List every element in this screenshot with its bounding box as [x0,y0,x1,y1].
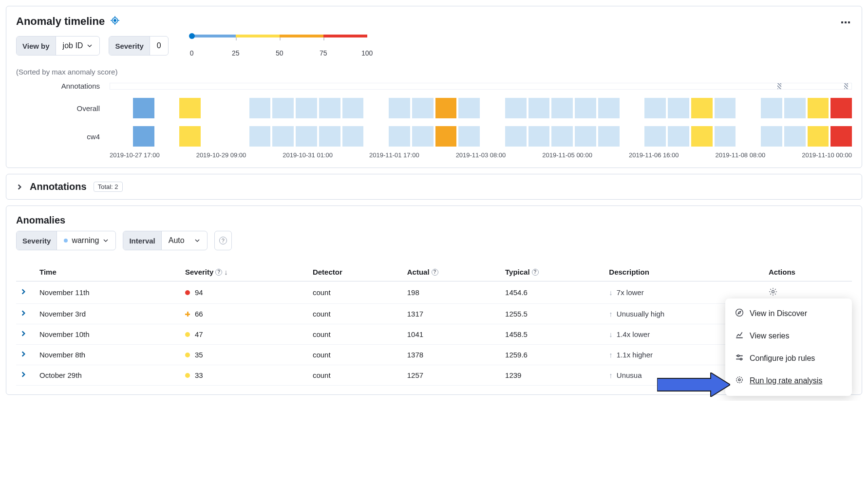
swimlane-cell[interactable] [110,98,131,118]
cell-time: November 11th [36,281,181,304]
swimlane-cell[interactable] [110,126,131,147]
swimlane-cell[interactable] [435,126,457,147]
annotations-panel[interactable]: Annotations Total: 2 [6,174,862,200]
anomalies-interval-select[interactable]: Auto [162,231,207,250]
swimlane-cell[interactable] [761,126,782,147]
swimlane-cell[interactable] [319,126,340,147]
cell-severity: 94 [181,281,309,304]
view-by-select[interactable]: job ID [56,37,100,55]
swimlane-cell[interactable] [761,98,782,118]
more-icon[interactable] [839,15,852,28]
swimlane-cell[interactable] [458,98,480,118]
swimlane-cell[interactable] [737,98,759,118]
swimlane-cell[interactable] [156,126,178,147]
swimlane-cell[interactable] [179,98,201,118]
swimlane-cell[interactable] [156,98,178,118]
swimlane-cell[interactable] [830,126,852,147]
swimlane-cell[interactable] [249,98,271,118]
swimlane-cell[interactable] [226,126,247,147]
swimlane-cell[interactable] [691,98,713,118]
popover-item[interactable]: View series [725,325,852,347]
popover-item[interactable]: View in Discover [725,302,852,325]
swimlane-cell[interactable] [296,98,317,118]
swimlane-cell[interactable] [715,126,736,147]
overall-track[interactable] [110,98,852,118]
swimlane-cell[interactable] [737,126,759,147]
swimlane-cell[interactable] [784,126,806,147]
chevron-right-icon[interactable] [20,371,27,378]
swimlane-cell[interactable] [784,98,806,118]
swimlane-cell[interactable] [412,126,434,147]
chevron-right-icon[interactable] [20,288,27,295]
annotation-marker[interactable] [844,83,848,89]
x-axis-label: 2019-11-05 00:00 [542,151,592,159]
col-actual[interactable]: Actual ? [403,263,501,281]
severity-threshold-input[interactable]: 0 [150,37,168,55]
swimlane-cell[interactable] [505,126,527,147]
swimlane-cell[interactable] [622,98,643,118]
col-description[interactable]: Description [605,263,765,281]
svg-point-9 [736,377,742,383]
gear-icon[interactable] [769,289,777,298]
col-detector[interactable]: Detector [309,263,403,281]
swimlane-cell[interactable] [272,98,294,118]
swimlane-cell[interactable] [203,98,224,118]
annotation-marker[interactable] [777,83,781,89]
job-track[interactable] [110,126,852,147]
col-severity[interactable]: Severity ? ↓ [181,263,309,281]
swimlane-cell[interactable] [668,126,689,147]
swimlane-cell[interactable] [575,126,596,147]
swimlane-cell[interactable] [622,126,643,147]
swimlane-cell[interactable] [598,126,620,147]
swimlane-cell[interactable] [505,98,527,118]
swimlane-cell[interactable] [551,98,573,118]
swimlane-cell[interactable] [133,98,154,118]
swimlane-cell[interactable] [528,98,550,118]
popover-item[interactable]: Configure job rules [725,347,852,370]
swimlane-cell[interactable] [389,98,410,118]
severity-slider-handle[interactable] [189,33,195,39]
swimlane-cell[interactable] [808,126,829,147]
swimlane-cell[interactable] [296,126,317,147]
anomalies-severity-select[interactable]: warning [57,231,115,250]
interval-help-button[interactable]: ? [214,231,232,250]
chevron-right-icon[interactable] [20,351,27,357]
swimlane-cell[interactable] [249,126,271,147]
swimlane-cell[interactable] [435,98,457,118]
swimlane-cell[interactable] [551,126,573,147]
swimlane-cell[interactable] [598,98,620,118]
col-typical[interactable]: Typical ? [501,263,605,281]
annotations-track[interactable] [110,83,852,90]
swimlane-cell[interactable] [179,126,201,147]
swimlane-cell[interactable] [575,98,596,118]
swimlane-cell[interactable] [412,98,434,118]
col-time[interactable]: Time [36,263,181,281]
swimlane-cell[interactable] [389,126,410,147]
swimlane-cell[interactable] [668,98,689,118]
swimlane-cell[interactable] [203,126,224,147]
swimlane-cell[interactable] [342,98,364,118]
swimlane-cell[interactable] [319,98,340,118]
swimlane-cell[interactable] [482,98,503,118]
swimlane-cell[interactable] [644,98,666,118]
swimlane-cell[interactable] [458,126,480,147]
swimlane-cell[interactable] [644,126,666,147]
arrow-up-icon: ↑ [609,371,613,379]
swimlane-cell[interactable] [226,98,247,118]
swimlane-cell[interactable] [830,98,852,118]
swimlane-cell[interactable] [808,98,829,118]
swimlane-cell[interactable] [528,126,550,147]
swimlane-cell[interactable] [272,126,294,147]
swimlane-cell[interactable] [482,126,503,147]
swimlane-cell[interactable] [715,98,736,118]
chevron-right-icon[interactable] [20,310,27,317]
swimlane-cell[interactable] [365,126,387,147]
anomalies-panel: Anomalies Severity warning Interval Auto… [6,205,862,395]
popover-item[interactable]: Run log rate analysis [725,370,852,392]
swimlane-cell[interactable] [342,126,364,147]
swimlane-cell[interactable] [691,126,713,147]
chevron-down-icon [87,43,93,49]
chevron-right-icon[interactable] [20,330,27,337]
swimlane-cell[interactable] [133,126,154,147]
swimlane-cell[interactable] [365,98,387,118]
